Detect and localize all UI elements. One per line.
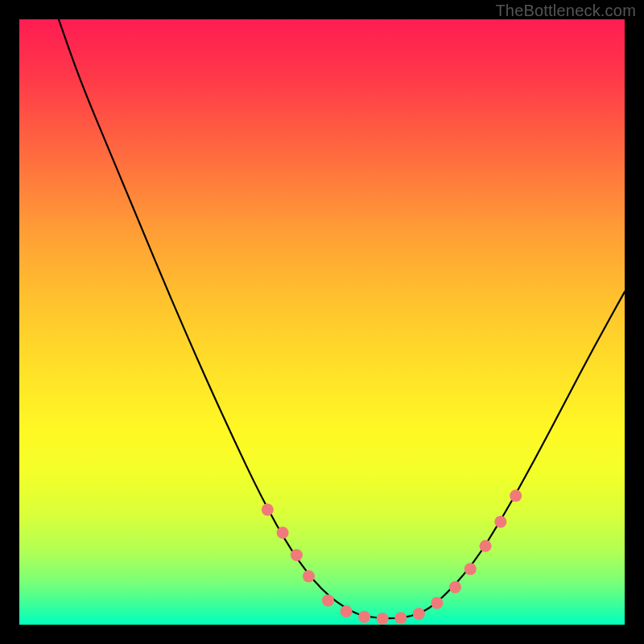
chart-frame: TheBottleneck.com	[0, 0, 644, 644]
data-point	[262, 504, 274, 516]
data-point	[377, 613, 389, 625]
plot-area	[19, 19, 625, 625]
data-point	[303, 570, 315, 582]
chart-svg	[19, 19, 625, 625]
bottleneck-curve	[59, 19, 625, 618]
data-points	[262, 489, 522, 625]
data-point	[358, 611, 370, 623]
data-point	[449, 581, 461, 593]
data-point	[494, 516, 506, 528]
data-point	[341, 605, 353, 617]
data-point	[394, 612, 407, 624]
data-point	[291, 549, 303, 561]
data-point	[464, 563, 477, 575]
data-point	[277, 526, 289, 539]
data-point	[413, 608, 425, 620]
watermark-text: TheBottleneck.com	[495, 2, 636, 20]
data-point	[480, 540, 492, 552]
data-point	[510, 489, 522, 502]
data-point	[431, 597, 443, 609]
data-point	[322, 594, 334, 606]
